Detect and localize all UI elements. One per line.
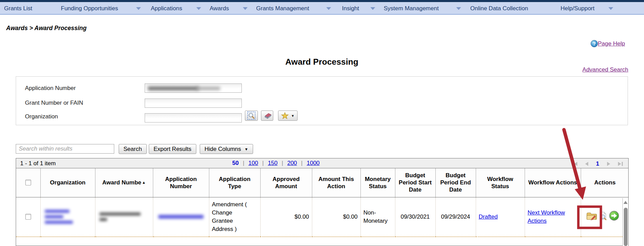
column-header-actions: Actions bbox=[581, 168, 629, 197]
chevron-down-icon: ▼ bbox=[245, 147, 248, 151]
organization-link-redacted[interactable] bbox=[45, 210, 92, 224]
chevron-down-icon[interactable] bbox=[243, 7, 248, 10]
select-all-header bbox=[16, 168, 40, 197]
chevron-down-icon[interactable] bbox=[370, 7, 375, 10]
results-table: Organization Award Numbe▲ Application Nu… bbox=[16, 168, 629, 246]
select-all-checkbox[interactable] bbox=[25, 180, 31, 185]
magnifier-icon bbox=[247, 111, 256, 120]
approved-amount-cell: $0.00 bbox=[260, 197, 312, 237]
hide-columns-label: Hide Columns bbox=[205, 146, 241, 153]
column-header-amount-this-action[interactable]: Amount This Action bbox=[312, 168, 360, 197]
nav-grants-list[interactable]: Grants List bbox=[4, 5, 32, 12]
first-page-icon[interactable] bbox=[573, 162, 577, 166]
workflow-status-link[interactable]: Drafted bbox=[479, 213, 498, 220]
page-help-link[interactable]: Page Help bbox=[598, 40, 625, 47]
table-row: Amendment ( Change Grantee Address ) $0.… bbox=[16, 197, 629, 237]
award-number-cell bbox=[95, 197, 153, 237]
organization-clear-button[interactable] bbox=[261, 111, 273, 121]
nav-help-support[interactable]: Help/Support bbox=[561, 5, 594, 12]
column-header-workflow-actions[interactable]: Workflow Actions bbox=[525, 168, 581, 197]
organization-label: Organization bbox=[25, 113, 58, 120]
organization-input[interactable] bbox=[145, 113, 242, 122]
breadcrumb: Awards > Award Processing bbox=[6, 25, 87, 32]
header-row: Organization Award Numbe▲ Application Nu… bbox=[16, 168, 629, 197]
scrollbar-thumb[interactable] bbox=[624, 208, 628, 246]
nav-funding-opportunities[interactable]: Funding Opportunities bbox=[61, 5, 118, 12]
chevron-down-icon[interactable] bbox=[136, 7, 141, 10]
preview-award-icon[interactable] bbox=[599, 211, 607, 222]
column-header-organization[interactable]: Organization bbox=[40, 168, 95, 197]
sort-ascending-icon: ▲ bbox=[142, 180, 146, 184]
export-results-button[interactable]: Export Results bbox=[149, 144, 196, 154]
column-header-workflow-status[interactable]: Workflow Status bbox=[476, 168, 525, 197]
column-header-application-number[interactable]: Application Number bbox=[153, 168, 209, 197]
current-page-number: 1 bbox=[596, 160, 599, 167]
chevron-down-icon: ▼ bbox=[291, 114, 294, 118]
hide-columns-button[interactable]: Hide Columns ▼ bbox=[200, 144, 253, 154]
column-header-approved-amount[interactable]: Approved Amount bbox=[260, 168, 312, 197]
organization-favorites-button[interactable]: ▼ bbox=[278, 111, 298, 121]
column-header-award-number[interactable]: Award Numbe▲ bbox=[95, 168, 153, 197]
budget-period-start-date-cell: 09/30/2021 bbox=[395, 197, 435, 237]
workflow-actions-cell: Next Workflow Actions bbox=[525, 197, 581, 237]
nav-system-management[interactable]: System Management bbox=[384, 5, 439, 12]
budget-period-end-date-cell: 09/29/2024 bbox=[435, 197, 476, 237]
go-submit-icon[interactable] bbox=[609, 210, 619, 223]
separator: | bbox=[282, 160, 283, 167]
column-header-budget-period-start-date[interactable]: Budget Period Start Date bbox=[395, 168, 435, 197]
organization-cell bbox=[40, 197, 95, 237]
top-navigation-bar: Grants List Funding Opportunities Applic… bbox=[0, 0, 644, 15]
monetary-status-cell: Non-Monetary bbox=[360, 197, 395, 237]
row-select-cell bbox=[16, 197, 40, 237]
page-size-50-active[interactable]: 50 bbox=[232, 160, 239, 167]
results-table-container: 1 - 1 of 1 item 50 | 100 | 150 | 200 | 1… bbox=[16, 158, 629, 246]
award-number-header-label: Award Numbe bbox=[102, 179, 141, 186]
chevron-down-icon[interactable] bbox=[608, 7, 613, 10]
last-page-icon[interactable] bbox=[618, 162, 623, 166]
organization-lookup-button[interactable] bbox=[245, 111, 258, 121]
open-award-folder-edit-icon[interactable] bbox=[586, 211, 597, 223]
application-number-input[interactable] bbox=[145, 83, 242, 93]
nav-applications[interactable]: Applications bbox=[151, 5, 182, 12]
page-title: Award Processing bbox=[16, 57, 628, 67]
scroll-up-icon[interactable] bbox=[623, 201, 628, 204]
column-header-application-type[interactable]: Application Type bbox=[209, 168, 260, 197]
page-size-100-link[interactable]: 100 bbox=[248, 160, 258, 167]
page-size-200-link[interactable]: 200 bbox=[287, 160, 297, 167]
application-number-cell bbox=[153, 197, 209, 237]
row-checkbox[interactable] bbox=[25, 214, 31, 220]
search-button[interactable]: Search bbox=[119, 144, 147, 154]
grant-number-fain-label: Grant Number or FAIN bbox=[25, 100, 83, 106]
chevron-down-icon[interactable] bbox=[196, 7, 201, 10]
previous-page-icon[interactable] bbox=[585, 162, 588, 166]
chevron-down-icon[interactable] bbox=[326, 7, 331, 10]
search-within-results-input[interactable] bbox=[16, 144, 114, 154]
nav-insight[interactable]: Insight bbox=[342, 5, 359, 12]
result-count: 1 - 1 of 1 item bbox=[20, 160, 56, 167]
advanced-search-link[interactable]: Advanced Search bbox=[582, 66, 628, 73]
next-workflow-actions-link[interactable]: Next Workflow Actions bbox=[528, 209, 565, 224]
table-scrollbar[interactable] bbox=[622, 198, 628, 246]
nav-awards[interactable]: Awards bbox=[210, 5, 229, 12]
column-header-budget-period-end-date[interactable]: Budget Period End Date bbox=[435, 168, 476, 197]
application-number-link-redacted[interactable] bbox=[158, 215, 203, 219]
redacted-value bbox=[196, 87, 220, 90]
column-header-monetary-status[interactable]: Monetary Status bbox=[360, 168, 395, 197]
grant-number-fain-input[interactable] bbox=[145, 99, 242, 108]
next-page-icon[interactable] bbox=[607, 162, 610, 166]
help-globe-icon: ? bbox=[591, 40, 598, 47]
nav-grants-management[interactable]: Grants Management bbox=[256, 5, 309, 12]
results-info-bar: 1 - 1 of 1 item 50 | 100 | 150 | 200 | 1… bbox=[16, 158, 628, 168]
chevron-down-icon[interactable] bbox=[456, 7, 461, 10]
nav-online-data-collection[interactable]: Online Data Collection bbox=[470, 5, 528, 12]
empty-row bbox=[16, 237, 629, 246]
pager: 1 bbox=[573, 160, 623, 167]
redacted-value bbox=[148, 87, 199, 90]
search-criteria-panel: Application Number Grant Number or FAIN … bbox=[16, 76, 628, 125]
workflow-status-cell: Drafted bbox=[476, 197, 525, 237]
page-size-150-link[interactable]: 150 bbox=[268, 160, 277, 167]
application-number-label: Application Number bbox=[25, 85, 76, 92]
application-type-value: Amendment ( Change Grantee Address ) bbox=[212, 200, 250, 233]
page-help[interactable]: ? Page Help bbox=[591, 40, 625, 47]
page-size-1000-link[interactable]: 1000 bbox=[307, 160, 320, 167]
